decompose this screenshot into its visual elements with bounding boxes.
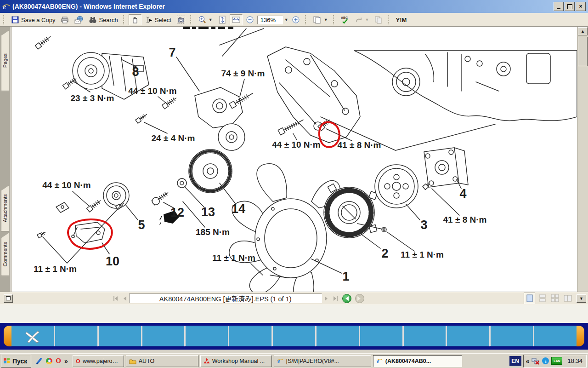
single-page-button[interactable] <box>524 293 535 304</box>
next-page-button[interactable] <box>322 294 331 303</box>
task-button-ak800474-active[interactable]: e (AK800474AB0... <box>373 355 462 367</box>
toolbar-grip[interactable] <box>190 15 193 24</box>
menu-cell-close[interactable] <box>11 326 54 346</box>
part-number-label: 7 <box>169 46 175 60</box>
task-button-pajero4x4[interactable]: O www.pajero4x4.ru... <box>73 355 124 367</box>
lan-icon[interactable]: LAN <box>551 357 562 365</box>
page-field[interactable]: AK800474AB00ENG [更新済み].EPS (1 of 1) <box>129 293 322 303</box>
tray-collapse-chevron[interactable]: « <box>526 357 530 365</box>
menu-cell[interactable] <box>446 326 489 346</box>
maximize-button[interactable] <box>565 2 575 11</box>
torque-label: 23 ± 3 N·m <box>71 93 114 104</box>
continuous-layout-button[interactable] <box>537 293 548 304</box>
last-page-button[interactable] <box>331 294 340 303</box>
folder-icon <box>129 358 136 364</box>
zoom-tool-button[interactable]: ▼ <box>196 14 215 25</box>
close-button[interactable]: × <box>576 2 586 11</box>
part-number-label: 2 <box>381 247 388 261</box>
first-page-button[interactable] <box>111 294 120 303</box>
zoom-tool-dropdown[interactable]: ▼ <box>209 17 213 22</box>
continuous-facing-button[interactable] <box>549 293 561 304</box>
torque-label: 74 ± 9 N·m <box>221 69 265 79</box>
task-button-sm-pajero[interactable]: e [S/M]PAJERO(V8#... <box>274 355 371 367</box>
scroll-down-button[interactable]: ▼ <box>577 294 586 303</box>
bolt-44nm-c <box>87 199 102 212</box>
page-display-dropdown[interactable]: ▼ <box>324 17 328 22</box>
start-button[interactable]: Пуск <box>1 355 31 368</box>
save-a-copy-label: Save a Copy <box>21 17 55 23</box>
fit-height-icon <box>218 16 226 24</box>
next-view-button[interactable] <box>355 294 364 303</box>
toolbar-grip[interactable] <box>3 15 6 24</box>
menu-cell[interactable] <box>489 326 533 346</box>
opera-icon[interactable]: O <box>56 357 61 365</box>
minimize-button[interactable] <box>554 2 564 11</box>
tab-attachments[interactable]: Attachments <box>1 185 9 231</box>
menu-cell[interactable] <box>184 326 228 346</box>
chrome-icon[interactable] <box>46 358 52 364</box>
torque-label: 44 ± 10 N·m <box>42 180 90 190</box>
previous-page-button[interactable] <box>120 294 129 303</box>
language-indicator[interactable]: EN <box>509 356 521 366</box>
yahoo-messenger-button[interactable]: Y!M <box>393 14 409 25</box>
toolbar-grip[interactable] <box>305 15 308 24</box>
pdf-viewport: Pages Attachments Comments <box>0 27 588 292</box>
menu-cell[interactable] <box>533 326 577 346</box>
search-label: Search <box>99 17 118 23</box>
menu-cell[interactable] <box>271 326 315 346</box>
toolbar-grip[interactable] <box>388 15 390 24</box>
undo-button[interactable]: ▼ <box>352 14 372 25</box>
email-button[interactable] <box>72 14 85 25</box>
quick-launch-overflow-chevron[interactable]: » <box>64 357 68 365</box>
toolbar-grip[interactable] <box>333 15 336 24</box>
facing-layout-button[interactable] <box>562 293 574 304</box>
tab-pages[interactable]: Pages <box>1 30 9 91</box>
print-button[interactable] <box>58 14 71 25</box>
menu-cell[interactable] <box>315 326 359 346</box>
quick-launch: O » <box>33 357 70 365</box>
save-a-copy-button[interactable]: Save a Copy <box>9 14 57 25</box>
copy-button[interactable] <box>372 14 385 25</box>
camera-icon <box>177 16 185 24</box>
idler-pulley <box>103 183 138 220</box>
menu-cell[interactable] <box>228 326 271 346</box>
pane-toggle-button[interactable] <box>4 294 13 303</box>
menu-cell[interactable] <box>141 326 185 346</box>
fit-width-button[interactable] <box>230 14 243 25</box>
task-button-workshop-manual[interactable]: Workshop Manual ... <box>200 355 272 367</box>
menu-cell[interactable] <box>97 326 141 346</box>
select-tool-button[interactable]: Select <box>142 14 174 25</box>
zoom-out-button[interactable] <box>243 14 256 25</box>
bolt <box>35 35 52 49</box>
page-display-button[interactable]: ▼ <box>311 14 330 25</box>
zoom-in-button[interactable] <box>289 14 302 25</box>
network-disconnected-icon[interactable] <box>531 357 540 365</box>
menu-cell[interactable] <box>402 326 446 346</box>
pen-icon[interactable] <box>36 357 43 364</box>
spellcheck-button[interactable]: ABC <box>339 14 351 25</box>
clipped-top-label <box>183 27 233 29</box>
task-button-label: [S/M]PAJERO(V8#... <box>286 358 339 364</box>
opera-icon: O <box>76 357 80 365</box>
menu-cell[interactable] <box>359 326 402 346</box>
undo-dropdown[interactable]: ▼ <box>365 17 369 22</box>
previous-view-button[interactable] <box>342 294 351 303</box>
info-icon[interactable]: i <box>542 357 549 364</box>
vertical-scrollbar[interactable]: ▲ <box>577 27 588 292</box>
scroll-thumb[interactable] <box>578 37 588 66</box>
fit-height-button[interactable] <box>216 14 229 25</box>
tab-comments[interactable]: Comments <box>1 233 9 276</box>
binoculars-icon <box>89 16 97 24</box>
toolbar-grip[interactable] <box>123 15 126 24</box>
pdf-canvas[interactable]: 8 23 ± 3 N·m 44 ± 10 N·m 7 74 ± 9 N·m 24… <box>12 27 577 292</box>
part-number-label: 12 <box>170 206 184 220</box>
zoom-level-field[interactable]: 136% <box>257 16 283 24</box>
zoom-level-dropdown[interactable]: ▼ <box>284 17 288 22</box>
menu-cell[interactable] <box>54 326 97 346</box>
pdf-toolbar: Save a Copy Search Select ▼ <box>0 13 588 27</box>
hand-tool-button[interactable] <box>129 14 141 25</box>
task-button-auto-folder[interactable]: AUTO <box>126 355 198 367</box>
snapshot-tool-button[interactable] <box>175 14 187 25</box>
scroll-up-button[interactable]: ▲ <box>578 27 588 35</box>
search-button[interactable]: Search <box>86 14 120 25</box>
